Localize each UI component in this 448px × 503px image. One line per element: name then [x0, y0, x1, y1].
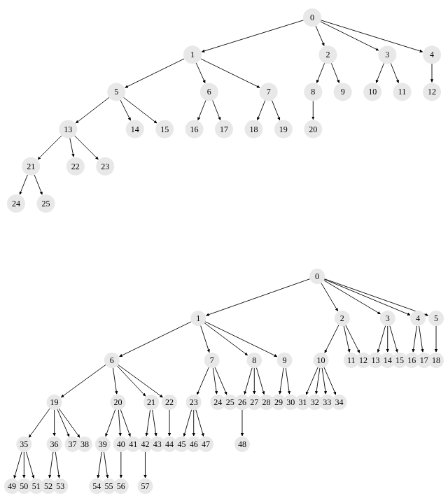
tree-node-label: 16: [407, 355, 416, 365]
tree-node-label: 14: [384, 355, 392, 365]
tree-edge: [197, 367, 209, 395]
tree-node-label: 1: [196, 313, 200, 323]
tree-node-label: 46: [190, 439, 198, 449]
tree-node-label: 2: [326, 50, 330, 59]
tree-node-label: 11: [398, 87, 407, 97]
tree-node-label: 19: [279, 125, 288, 134]
tree-node-label: 36: [50, 439, 59, 449]
tree-edge: [120, 100, 130, 120]
tree-node-label: 26: [238, 397, 246, 407]
tree-edge: [113, 368, 116, 394]
tree-node-label: 53: [56, 481, 64, 491]
tree-node-label: 16: [190, 125, 199, 134]
tree-edge: [153, 410, 156, 436]
tree-node-label: 25: [41, 199, 50, 208]
tree-node-label: 12: [428, 87, 436, 97]
tree-edge: [20, 175, 27, 194]
tree-node-label: 23: [101, 162, 109, 171]
tree-node-label: 40: [117, 439, 125, 449]
tree-node-label: 4: [416, 313, 420, 323]
tree-edge: [258, 100, 265, 120]
tree-edge: [76, 97, 109, 123]
tree-node-label: 5: [114, 87, 118, 97]
tree-node-label: 10: [368, 87, 377, 97]
tree-edge: [286, 368, 289, 394]
tree-node-label: 23: [190, 397, 198, 407]
tree-node-label: 56: [117, 481, 125, 491]
tree-node-label: 4: [430, 50, 434, 59]
tree-edge: [196, 63, 205, 83]
tree-node-label: 22: [71, 162, 80, 171]
tree-node-label: 3: [385, 50, 389, 59]
tree-node-label: 11: [347, 355, 356, 365]
tree-edge: [146, 410, 150, 436]
tree-edge: [346, 325, 360, 353]
tree-edge: [59, 409, 80, 437]
tree-node-label: 54: [92, 481, 101, 491]
tree-node-label: 18: [249, 125, 258, 134]
tree-edge: [74, 136, 98, 160]
tree-edge: [376, 63, 384, 83]
tree-node-label: 30: [286, 397, 295, 407]
tree-node-label: 29: [274, 397, 283, 407]
tree-node-label: 8: [311, 87, 315, 97]
tree-node-label: 7: [267, 87, 271, 97]
tree-node-label: 52: [44, 481, 52, 491]
tree-node-label: 10: [317, 355, 326, 365]
tree-diagram-canvas: 0123456789101112131415161718192021222324…: [0, 0, 448, 503]
tree-edge: [322, 368, 326, 394]
tree-edge: [14, 452, 22, 479]
tree-node-label: 35: [20, 439, 28, 449]
tree-edge: [196, 410, 204, 437]
tree-node-label: 50: [20, 481, 28, 491]
tree-edge: [206, 279, 310, 316]
tree-node-label: 27: [250, 397, 258, 407]
tree-node-label: 47: [202, 439, 210, 449]
tree-edge: [316, 63, 324, 83]
tree-edge: [70, 138, 74, 157]
tree-node-label: 13: [371, 355, 379, 365]
tree-node-label: 21: [147, 397, 155, 407]
tree-edge: [324, 281, 381, 314]
tree-edge: [316, 26, 324, 45]
tree-edge: [390, 326, 398, 353]
tree-node-label: 18: [432, 355, 440, 365]
tree-node-label: 25: [226, 397, 234, 407]
tree-edge: [184, 410, 192, 437]
tree-edge: [419, 326, 423, 352]
tree-edge: [201, 325, 209, 352]
tree-edge: [205, 322, 277, 357]
tree-node-label: 28: [262, 397, 271, 407]
tree-edge: [38, 136, 62, 160]
tree-node-label: 15: [396, 355, 404, 365]
tree-node-label: 1: [190, 50, 195, 59]
tree-node-label: 48: [238, 439, 246, 449]
tree-edge: [324, 279, 428, 316]
tree-edge: [26, 452, 34, 479]
tree-edge: [306, 367, 318, 395]
tree-node-label: 9: [341, 87, 345, 97]
tree-node-label: 55: [105, 481, 113, 491]
tree-edge: [55, 452, 59, 478]
tree-node-label: 57: [141, 481, 149, 491]
tree-node-label: 9: [283, 355, 287, 365]
tree-edge: [391, 63, 398, 83]
tree-edge: [29, 409, 50, 437]
tree-node-label: 8: [252, 355, 256, 365]
tree-edge: [213, 100, 220, 120]
tree-node-label: 20: [309, 125, 317, 134]
tree-node-label: 32: [311, 397, 319, 407]
tree-node-label: 24: [12, 199, 20, 208]
tree-edge: [123, 97, 157, 123]
tree-node-label: 20: [114, 397, 122, 407]
tree-edge: [202, 20, 303, 52]
tree-edge: [215, 367, 227, 395]
tree-edge: [344, 326, 349, 353]
tree-node-label: 5: [434, 313, 438, 323]
tree-edge: [272, 100, 279, 120]
tree-edge: [98, 452, 102, 478]
tree-edge: [331, 63, 339, 83]
tree-node-label: 0: [310, 13, 314, 22]
tree-edge: [125, 59, 184, 87]
tree-node-label: 6: [207, 87, 211, 97]
